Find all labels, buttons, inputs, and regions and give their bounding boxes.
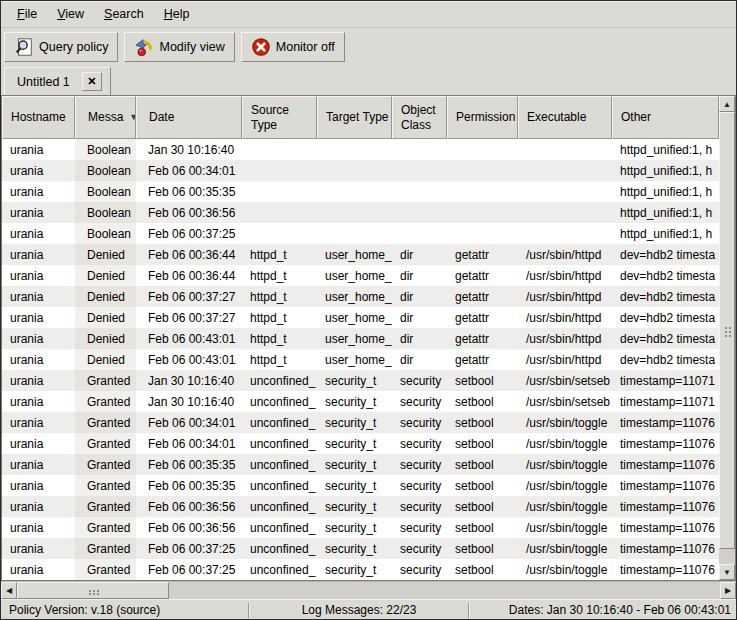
cell-source-type: httpd_t — [242, 307, 317, 328]
cell-permission: setbool — [447, 517, 518, 538]
cell-other: httpd_unified:1, h — [612, 139, 719, 160]
cell-message: Boolean — [75, 139, 136, 160]
cell-message: Boolean — [75, 181, 136, 202]
table-row[interactable]: uraniaGrantedFeb 06 00:37:25unconfined_s… — [2, 559, 719, 580]
table-row[interactable]: uraniaDeniedFeb 06 00:37:27httpd_tuser_h… — [2, 307, 719, 328]
cell-permission: setbool — [447, 391, 518, 412]
cell-source-type: unconfined_ — [242, 412, 317, 433]
column-header-object-class[interactable]: Object Class — [392, 96, 447, 139]
table-row[interactable]: uraniaDeniedFeb 06 00:36:44httpd_tuser_h… — [2, 244, 719, 265]
table-row[interactable]: uraniaDeniedFeb 06 00:43:01httpd_tuser_h… — [2, 328, 719, 349]
table-row[interactable]: uraniaDeniedFeb 06 00:37:27httpd_tuser_h… — [2, 286, 719, 307]
scroll-down-button[interactable]: ▼ — [719, 564, 735, 580]
menu-view[interactable]: View — [47, 4, 94, 24]
cell-message: Boolean — [75, 160, 136, 181]
cell-source-type: unconfined_ — [242, 454, 317, 475]
table-row[interactable]: uraniaGrantedFeb 06 00:37:25unconfined_s… — [2, 538, 719, 559]
cell-permission — [447, 160, 518, 181]
cell-target-type — [317, 202, 392, 223]
cell-message: Denied — [75, 307, 136, 328]
column-header-permission[interactable]: Permission — [447, 96, 518, 139]
cell-object-class — [392, 181, 447, 202]
horizontal-scrollbar-trough[interactable] — [169, 582, 720, 599]
cell-target-type — [317, 181, 392, 202]
table-row[interactable]: uraniaBooleanJan 30 10:16:40httpd_unifie… — [2, 139, 719, 160]
column-header-other[interactable]: Other — [612, 96, 719, 139]
cell-permission: getattr — [447, 265, 518, 286]
scroll-right-button[interactable]: ▶ — [720, 582, 736, 599]
cell-source-type: unconfined_ — [242, 433, 317, 454]
cell-executable — [518, 223, 612, 244]
modify-view-label: Modify view — [159, 40, 224, 54]
cell-target-type: security_t — [317, 412, 392, 433]
vertical-scrollbar[interactable]: ▲ ▼ — [719, 96, 735, 580]
cell-executable: /usr/sbin/toggle — [518, 454, 612, 475]
table-row[interactable]: uraniaGrantedFeb 06 00:34:01unconfined_s… — [2, 412, 719, 433]
cell-message: Boolean — [75, 223, 136, 244]
monitor-off-button[interactable]: Monitor off — [241, 32, 345, 62]
cell-message: Boolean — [75, 202, 136, 223]
cell-hostname: urania — [2, 223, 75, 244]
cell-target-type: security_t — [317, 454, 392, 475]
column-label: Executable — [527, 110, 586, 124]
cell-executable: /usr/sbin/httpd — [518, 307, 612, 328]
cell-target-type: security_t — [317, 370, 392, 391]
menu-file[interactable]: File — [7, 4, 47, 24]
query-policy-button[interactable]: Query policy — [4, 32, 118, 62]
cell-source-type — [242, 181, 317, 202]
cell-date: Jan 30 10:16:40 — [136, 370, 242, 391]
table-row[interactable]: uraniaGrantedFeb 06 00:35:35unconfined_s… — [2, 454, 719, 475]
table-row[interactable]: uraniaBooleanFeb 06 00:34:01httpd_unifie… — [2, 160, 719, 181]
menu-search[interactable]: Search — [94, 4, 154, 24]
cell-source-type: httpd_t — [242, 328, 317, 349]
table-row[interactable]: uraniaGrantedJan 30 10:16:40unconfined_s… — [2, 370, 719, 391]
cell-hostname: urania — [2, 433, 75, 454]
table-row[interactable]: uraniaGrantedFeb 06 00:34:01unconfined_s… — [2, 433, 719, 454]
cell-permission: getattr — [447, 307, 518, 328]
column-header-executable[interactable]: Executable — [518, 96, 612, 139]
column-header-hostname[interactable]: Hostname — [2, 96, 75, 139]
scroll-left-button[interactable]: ◀ — [1, 582, 17, 599]
horizontal-scrollbar[interactable]: ◀ ▶ — [1, 581, 736, 599]
thumb-grip — [93, 590, 95, 592]
table-row[interactable]: uraniaGrantedJan 30 10:16:40unconfined_s… — [2, 391, 719, 412]
cell-other: dev=hdb2 timesta — [612, 328, 719, 349]
vertical-scrollbar-trough[interactable] — [719, 549, 735, 564]
table-row[interactable]: uraniaBooleanFeb 06 00:37:25httpd_unifie… — [2, 223, 719, 244]
table-row[interactable]: uraniaDeniedFeb 06 00:36:44httpd_tuser_h… — [2, 265, 719, 286]
column-header-target-type[interactable]: Target Type — [317, 96, 392, 139]
cell-executable: /usr/sbin/toggle — [518, 559, 612, 580]
column-header-date[interactable]: Date — [136, 96, 242, 139]
cell-date: Feb 06 00:35:35 — [136, 181, 242, 202]
cell-hostname: urania — [2, 349, 75, 370]
cell-object-class: dir — [392, 286, 447, 307]
table-row[interactable]: uraniaBooleanFeb 06 00:35:35httpd_unifie… — [2, 181, 719, 202]
vertical-scrollbar-thumb[interactable] — [719, 112, 735, 549]
toolbar: Query policy Modify view Mo — [1, 28, 736, 65]
cell-object-class — [392, 139, 447, 160]
cell-object-class: security — [392, 370, 447, 391]
cell-executable: /usr/sbin/toggle — [518, 475, 612, 496]
cell-object-class: security — [392, 433, 447, 454]
table-row[interactable]: uraniaGrantedFeb 06 00:36:56unconfined_s… — [2, 517, 719, 538]
tab-untitled-1[interactable]: Untitled 1 ✕ — [4, 67, 111, 95]
column-header-source-type[interactable]: Source Type — [242, 96, 317, 139]
table-row[interactable]: uraniaBooleanFeb 06 00:36:56httpd_unifie… — [2, 202, 719, 223]
scroll-up-button[interactable]: ▲ — [719, 96, 735, 112]
cell-permission: setbool — [447, 412, 518, 433]
dates-status: Dates: Jan 30 10:16:40 - Feb 06 00:43:01 — [470, 603, 736, 617]
tab-close-button[interactable]: ✕ — [82, 72, 102, 91]
cell-hostname: urania — [2, 286, 75, 307]
cell-permission: setbool — [447, 559, 518, 580]
horizontal-scrollbar-thumb[interactable] — [17, 582, 169, 599]
table-row[interactable]: uraniaGrantedFeb 06 00:36:56unconfined_s… — [2, 496, 719, 517]
cycle-arrows-icon — [134, 37, 154, 57]
table-row[interactable]: uraniaDeniedFeb 06 00:43:01httpd_tuser_h… — [2, 349, 719, 370]
cell-date: Feb 06 00:37:25 — [136, 223, 242, 244]
column-header-message[interactable]: Messa▼ — [75, 96, 136, 139]
menu-help[interactable]: Help — [154, 4, 200, 24]
table-row[interactable]: uraniaGrantedFeb 06 00:35:35unconfined_s… — [2, 475, 719, 496]
cell-object-class: dir — [392, 265, 447, 286]
log-table: Hostname Messa▼ Date Source Type Target … — [2, 96, 719, 580]
modify-view-button[interactable]: Modify view — [124, 32, 234, 62]
